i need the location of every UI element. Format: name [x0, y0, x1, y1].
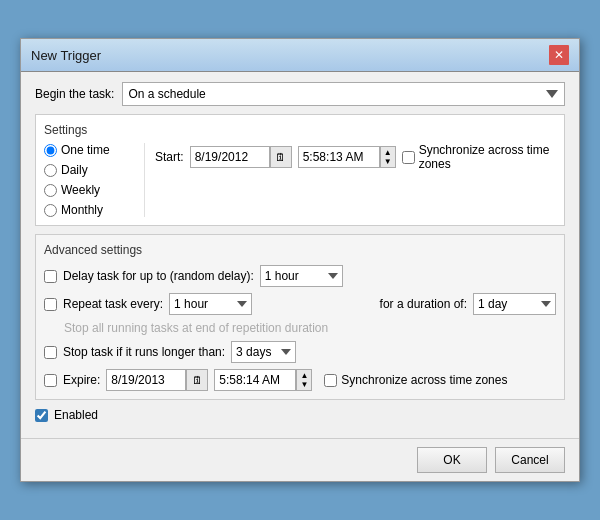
- daily-label: Daily: [61, 163, 88, 177]
- expire-spin-down-icon: ▼: [300, 380, 308, 389]
- repeat-task-checkbox[interactable]: [44, 298, 57, 311]
- stop-task-row: Stop task if it runs longer than: 3 days…: [44, 341, 556, 363]
- for-duration-label: for a duration of:: [380, 297, 467, 311]
- begin-task-row: Begin the task: On a schedule At log on …: [35, 82, 565, 106]
- stop-task-select[interactable]: 3 days 1 hour 2 hours 1 day: [231, 341, 296, 363]
- radio-weekly[interactable]: Weekly: [44, 183, 144, 197]
- start-date-wrapper: 🗓: [190, 146, 292, 168]
- radio-daily[interactable]: Daily: [44, 163, 144, 177]
- settings-inner: One time Daily Weekly Monthly: [44, 143, 556, 217]
- delay-task-row: Delay task for up to (random delay): 1 h…: [44, 265, 556, 287]
- start-row: Start: 🗓 ▲ ▼: [155, 143, 556, 171]
- start-label: Start:: [155, 150, 184, 164]
- onetime-label: One time: [61, 143, 110, 157]
- enabled-label: Enabled: [54, 408, 98, 422]
- start-date-input[interactable]: [190, 146, 270, 168]
- expire-date-input[interactable]: [106, 369, 186, 391]
- title-bar: New Trigger ✕: [21, 39, 579, 72]
- repeat-task-select[interactable]: 1 hour 5 minutes 10 minutes 30 minutes: [169, 293, 252, 315]
- delay-task-select[interactable]: 1 hour 30 minutes 2 hours: [260, 265, 343, 287]
- start-time-wrapper: ▲ ▼: [298, 146, 396, 168]
- settings-section: Settings One time Daily Weekly: [35, 114, 565, 226]
- start-time-input[interactable]: [298, 146, 380, 168]
- spin-down-icon: ▼: [384, 157, 392, 166]
- enabled-row: Enabled: [35, 408, 565, 422]
- cancel-button[interactable]: Cancel: [495, 447, 565, 473]
- duration-select[interactable]: 1 day 30 minutes 1 hour 12 hours: [473, 293, 556, 315]
- expire-row: Expire: 🗓 ▲ ▼ Synchronize across time zo…: [44, 369, 556, 391]
- spin-up-icon: ▲: [384, 148, 392, 157]
- sync-label: Synchronize across time zones: [419, 143, 556, 171]
- delay-task-label: Delay task for up to (random delay):: [63, 269, 254, 283]
- dialog-footer: OK Cancel: [21, 438, 579, 481]
- expire-time-input[interactable]: [214, 369, 296, 391]
- expire-sync-row: Synchronize across time zones: [324, 373, 507, 387]
- begin-task-select[interactable]: On a schedule At log on At startup: [122, 82, 565, 106]
- expire-time-spin-button[interactable]: ▲ ▼: [296, 369, 312, 391]
- monthly-label: Monthly: [61, 203, 103, 217]
- stop-task-label: Stop task if it runs longer than:: [63, 345, 225, 359]
- stop-running-label: Stop all running tasks at end of repetit…: [64, 321, 328, 335]
- sync-checkbox[interactable]: [402, 151, 415, 164]
- expire-checkbox[interactable]: [44, 374, 57, 387]
- advanced-section: Advanced settings Delay task for up to (…: [35, 234, 565, 400]
- time-spin-button[interactable]: ▲ ▼: [380, 146, 396, 168]
- settings-title: Settings: [44, 123, 556, 137]
- repeat-task-label: Repeat task every:: [63, 297, 163, 311]
- dialog-title: New Trigger: [31, 48, 101, 63]
- sync-checkbox-row: Synchronize across time zones: [402, 143, 556, 171]
- expire-spin-up-icon: ▲: [300, 371, 308, 380]
- for-duration-wrapper: for a duration of: 1 day 30 minutes 1 ho…: [380, 293, 556, 315]
- close-button[interactable]: ✕: [549, 45, 569, 65]
- expire-label: Expire:: [63, 373, 100, 387]
- expire-sync-label: Synchronize across time zones: [341, 373, 507, 387]
- expire-sync-checkbox[interactable]: [324, 374, 337, 387]
- dialog-body: Begin the task: On a schedule At log on …: [21, 72, 579, 438]
- calendar-button[interactable]: 🗓: [270, 146, 292, 168]
- expire-time-wrapper: ▲ ▼: [214, 369, 312, 391]
- advanced-title: Advanced settings: [44, 243, 556, 257]
- weekly-label: Weekly: [61, 183, 100, 197]
- repeat-task-row: Repeat task every: 1 hour 5 minutes 10 m…: [44, 293, 556, 315]
- ok-button[interactable]: OK: [417, 447, 487, 473]
- start-col: Start: 🗓 ▲ ▼: [144, 143, 556, 217]
- new-trigger-dialog: New Trigger ✕ Begin the task: On a sched…: [20, 38, 580, 482]
- delay-task-checkbox[interactable]: [44, 270, 57, 283]
- enabled-checkbox[interactable]: [35, 409, 48, 422]
- begin-task-label: Begin the task:: [35, 87, 114, 101]
- expire-calendar-button[interactable]: 🗓: [186, 369, 208, 391]
- schedule-type-col: One time Daily Weekly Monthly: [44, 143, 144, 217]
- stop-task-checkbox[interactable]: [44, 346, 57, 359]
- radio-onetime[interactable]: One time: [44, 143, 144, 157]
- stop-running-row: Stop all running tasks at end of repetit…: [44, 321, 556, 335]
- expire-date-wrapper: 🗓: [106, 369, 208, 391]
- radio-monthly[interactable]: Monthly: [44, 203, 144, 217]
